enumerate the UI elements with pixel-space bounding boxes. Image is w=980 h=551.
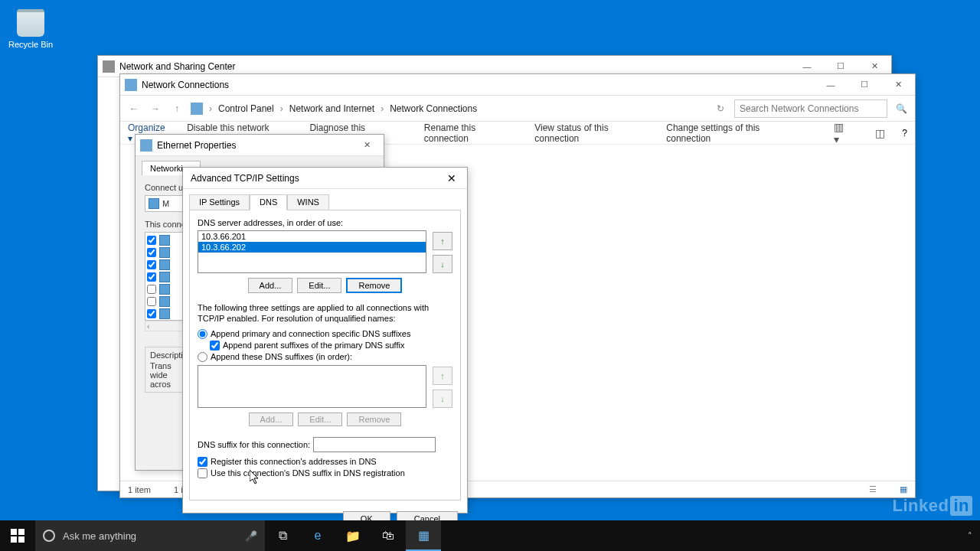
task-view-button[interactable]: ⧉ (265, 520, 300, 551)
checkbox-append-parent[interactable] (210, 341, 220, 350)
radio-append-primary[interactable] (198, 329, 207, 339)
preview-pane-icon[interactable]: ◫ (875, 127, 885, 139)
tab-strip: IP Settings DNS WINS (183, 189, 467, 210)
minimize-button[interactable]: — (814, 74, 848, 96)
location-icon (191, 103, 203, 115)
suffix-add-button[interactable]: Add... (249, 412, 294, 426)
address-bar: ← → ↑ › Control Panel › Network and Inte… (120, 96, 915, 122)
store-icon[interactable]: 🛍 (371, 520, 406, 551)
taskbar: Ask me anything 🎤 ⧉ e 📁 🛍 ▦ ˄ (0, 520, 980, 551)
titlebar[interactable]: Network Connections — ☐ ✕ (120, 74, 915, 96)
search-icon[interactable]: 🔍 (893, 101, 909, 116)
dns-suffix-label: DNS suffix for this connection: (198, 440, 310, 449)
window-title: Network and Sharing Center (119, 61, 235, 72)
adapter-icon (149, 198, 159, 209)
dialog-title: Ethernet Properties (157, 140, 236, 151)
view-status[interactable]: View status of this connection (534, 122, 649, 144)
mic-icon[interactable]: 🎤 (245, 530, 257, 542)
checkbox-use-suffix[interactable] (198, 468, 207, 478)
rename-connection[interactable]: Rename this connection (424, 122, 518, 144)
tiles-view-icon[interactable]: ▦ (900, 484, 907, 494)
app-icon (125, 79, 137, 91)
back-button[interactable]: ← (126, 101, 142, 116)
search-input[interactable] (734, 99, 887, 118)
svg-rect-3 (18, 536, 24, 543)
suffix-move-down-button[interactable]: ↓ (433, 390, 452, 408)
checkbox-register-dns[interactable] (198, 457, 207, 467)
app-icon (103, 60, 115, 73)
list-item[interactable]: 10.3.66.202 (198, 242, 426, 253)
control-panel-icon[interactable]: ▦ (406, 520, 441, 551)
start-button[interactable] (0, 520, 35, 551)
dns-suffix-input[interactable] (313, 437, 436, 452)
breadcrumb[interactable]: Network Connections (390, 103, 477, 114)
suffix-move-up-button[interactable]: ↑ (433, 367, 452, 385)
cortana-icon (43, 530, 55, 542)
change-settings[interactable]: Change settings of this connection (666, 122, 799, 144)
recycle-bin[interactable]: Recycle Bin (8, 9, 54, 49)
close-button[interactable]: ✕ (436, 168, 467, 189)
dns-suffix-listbox[interactable] (198, 365, 426, 408)
suffix-remove-button[interactable]: Remove (347, 412, 401, 426)
refresh-button[interactable]: ↻ (713, 101, 728, 116)
status-item-count: 1 item (128, 485, 151, 494)
breadcrumb[interactable]: Control Panel (218, 103, 274, 114)
dns-add-button[interactable]: Add... (248, 278, 293, 293)
help-button[interactable]: ? (902, 128, 907, 139)
titlebar[interactable]: Advanced TCP/IP Settings ✕ (183, 168, 467, 189)
up-button[interactable]: ↑ (169, 101, 185, 116)
dialog-title: Advanced TCP/IP Settings (191, 173, 299, 184)
forward-button[interactable]: → (148, 101, 163, 116)
windows-icon (11, 529, 24, 543)
svg-rect-0 (11, 529, 17, 535)
move-down-button[interactable]: ↓ (433, 255, 452, 273)
details-view-icon[interactable]: ☰ (869, 484, 877, 494)
move-up-button[interactable]: ↑ (433, 232, 452, 250)
dns-servers-label: DNS server addresses, in order of use: (198, 218, 452, 227)
dns-remove-button[interactable]: Remove (346, 278, 402, 293)
dns-edit-button[interactable]: Edit... (297, 278, 341, 293)
dialog-advanced-tcpip: Advanced TCP/IP Settings ✕ IP Settings D… (182, 167, 468, 514)
recycle-bin-icon (17, 9, 44, 37)
tab-pane-dns: DNS server addresses, in order of use: 1… (189, 210, 461, 500)
search-placeholder: Ask me anything (63, 530, 136, 542)
ethernet-icon (140, 139, 152, 152)
linkedin-watermark: Linkedin (893, 496, 972, 516)
suffix-edit-button[interactable]: Edit... (298, 412, 342, 426)
file-explorer-icon[interactable]: 📁 (335, 520, 371, 551)
recycle-bin-label: Recycle Bin (8, 40, 54, 49)
window-title: Network Connections (142, 80, 229, 90)
edge-icon[interactable]: e (300, 520, 335, 551)
explanation-text: The following three settings are applied… (198, 302, 452, 324)
svg-rect-2 (11, 536, 17, 543)
system-tray[interactable]: ˄ (968, 531, 980, 541)
titlebar[interactable]: Ethernet Properties ✕ (136, 135, 384, 156)
close-button[interactable]: ✕ (881, 74, 915, 96)
list-item[interactable]: 10.3.66.201 (198, 231, 426, 242)
close-button[interactable]: ✕ (350, 135, 384, 156)
dns-servers-listbox[interactable]: 10.3.66.201 10.3.66.202 (198, 230, 426, 273)
taskbar-search[interactable]: Ask me anything 🎤 (35, 520, 265, 551)
view-menu-icon[interactable]: ▥ ▾ (834, 121, 851, 145)
tab-dns[interactable]: DNS (250, 194, 287, 210)
tab-ip-settings[interactable]: IP Settings (189, 194, 250, 210)
tray-chevron-icon[interactable]: ˄ (968, 531, 972, 541)
tab-wins[interactable]: WINS (287, 194, 329, 210)
breadcrumb[interactable]: Network and Internet (289, 103, 374, 114)
radio-append-these[interactable] (198, 352, 207, 362)
maximize-button[interactable]: ☐ (848, 74, 881, 96)
svg-rect-1 (18, 529, 24, 535)
